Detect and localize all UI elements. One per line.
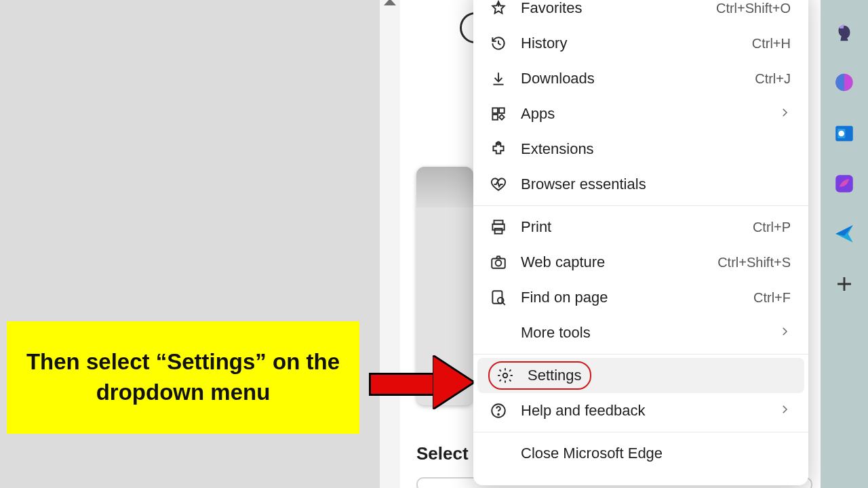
highlight-circle: Settings xyxy=(488,361,591,390)
menu-label: Favorites xyxy=(521,0,716,17)
camera-icon xyxy=(488,252,509,272)
menu-label: Close Microsoft Edge xyxy=(521,445,791,462)
apps-icon xyxy=(488,104,509,124)
chevron-right-icon xyxy=(778,324,791,342)
menu-item-browser-essentials[interactable]: Browser essentials xyxy=(473,167,808,202)
instruction-callout: Then select “Settings” on the dropdown m… xyxy=(7,321,359,434)
svg-rect-2 xyxy=(492,115,498,120)
instruction-text: Then select “Settings” on the dropdown m… xyxy=(22,347,344,407)
scrollbar-up-arrow[interactable] xyxy=(384,0,396,5)
menu-label: Settings xyxy=(528,367,582,384)
menu-item-downloads[interactable]: Downloads Ctrl+J xyxy=(473,61,808,96)
svg-rect-6 xyxy=(495,228,502,234)
find-icon xyxy=(488,287,509,308)
menu-label: Downloads xyxy=(521,70,755,87)
menu-separator xyxy=(473,354,808,354)
help-icon xyxy=(488,401,509,421)
menu-label: Extensions xyxy=(521,140,791,158)
chevron-right-icon xyxy=(778,402,791,420)
printer-icon xyxy=(488,217,509,237)
menu-shortcut: Ctrl+P xyxy=(753,220,791,235)
designer-icon[interactable] xyxy=(833,172,856,195)
browser-more-menu: Favorites Ctrl+Shift+O History Ctrl+H Do… xyxy=(473,0,808,485)
history-icon xyxy=(488,33,509,54)
menu-item-apps[interactable]: Apps xyxy=(473,96,808,131)
menu-shortcut: Ctrl+F xyxy=(753,290,791,306)
svg-point-8 xyxy=(496,260,502,266)
pointer-arrow xyxy=(369,359,477,407)
gear-icon xyxy=(495,365,515,386)
edge-sidebar xyxy=(821,0,868,488)
download-icon xyxy=(488,68,509,89)
menu-label: Web capture xyxy=(521,253,717,271)
chess-icon[interactable] xyxy=(833,22,856,45)
svg-point-16 xyxy=(839,131,845,137)
heartbeat-icon xyxy=(488,174,509,195)
menu-label: Help and feedback xyxy=(521,402,778,420)
microsoft365-icon[interactable] xyxy=(833,72,856,95)
svg-rect-1 xyxy=(499,108,505,113)
menu-shortcut: Ctrl+Shift+S xyxy=(717,255,791,270)
menu-item-close-edge[interactable]: Close Microsoft Edge xyxy=(473,436,808,471)
chevron-right-icon xyxy=(778,105,791,123)
menu-item-print[interactable]: Print Ctrl+P xyxy=(473,209,808,245)
menu-shortcut: Ctrl+Shift+O xyxy=(716,1,791,16)
star-icon xyxy=(488,0,509,18)
svg-rect-0 xyxy=(492,108,498,113)
menu-item-more-tools[interactable]: More tools xyxy=(473,315,808,350)
menu-label: Print xyxy=(521,218,753,236)
menu-item-history[interactable]: History Ctrl+H xyxy=(473,26,808,61)
menu-shortcut: Ctrl+H xyxy=(752,36,791,52)
menu-separator xyxy=(473,205,808,206)
menu-shortcut: Ctrl+J xyxy=(755,71,791,87)
blank-icon xyxy=(488,443,509,464)
add-icon[interactable] xyxy=(833,272,856,296)
scrollbar-track[interactable] xyxy=(380,0,400,488)
menu-item-favorites[interactable]: Favorites Ctrl+Shift+O xyxy=(473,0,808,26)
menu-item-settings[interactable]: Settings xyxy=(477,358,804,393)
menu-label: Apps xyxy=(521,105,778,123)
puzzle-icon xyxy=(488,139,509,159)
menu-item-find-on-page[interactable]: Find on page Ctrl+F xyxy=(473,280,808,315)
menu-separator xyxy=(473,432,808,432)
send-icon[interactable] xyxy=(833,222,856,245)
menu-label: History xyxy=(521,35,752,52)
svg-point-13 xyxy=(498,414,499,415)
menu-label: Find on page xyxy=(521,289,753,306)
blank-icon xyxy=(488,323,509,343)
menu-label: More tools xyxy=(521,324,778,342)
menu-item-web-capture[interactable]: Web capture Ctrl+Shift+S xyxy=(473,245,808,280)
menu-item-help-feedback[interactable]: Help and feedback xyxy=(473,393,808,428)
menu-item-extensions[interactable]: Extensions xyxy=(473,131,808,167)
outlook-icon[interactable] xyxy=(833,122,856,145)
svg-point-11 xyxy=(503,373,508,378)
menu-label: Browser essentials xyxy=(521,176,791,193)
